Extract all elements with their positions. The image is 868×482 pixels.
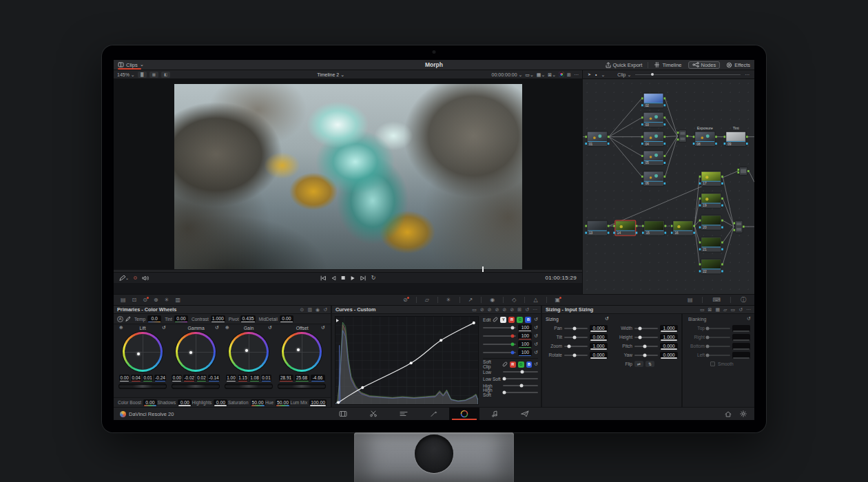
b-mix-slider[interactable]	[483, 352, 516, 353]
play-button[interactable]	[351, 275, 355, 281]
wipe-mode-dropdown[interactable]	[537, 72, 546, 77]
gamma-green[interactable]: 0.02	[196, 375, 207, 381]
curves-graph[interactable]	[335, 316, 479, 405]
page-media[interactable]	[328, 408, 358, 420]
color-boost-value[interactable]: 0.00	[143, 399, 157, 406]
gamma-master-wheel[interactable]	[172, 384, 220, 389]
reset-icon[interactable]	[534, 326, 538, 331]
pitch-value[interactable]: 0.000	[660, 343, 678, 350]
step-back-button[interactable]	[331, 275, 336, 281]
yaw-value[interactable]: 0.000	[660, 352, 678, 359]
wipe-modes-icon[interactable]	[688, 297, 693, 303]
contrast-value[interactable]: 1.000	[211, 315, 225, 322]
node-05[interactable]: 05	[641, 151, 665, 166]
width-slider[interactable]	[634, 328, 658, 329]
primaries-mode-icon[interactable]	[300, 307, 304, 312]
still-store-dropdown[interactable]	[525, 72, 534, 77]
stop-button[interactable]	[341, 275, 346, 280]
zoom-value[interactable]: 1.000	[590, 343, 608, 350]
high-slider[interactable]	[503, 385, 538, 386]
node-21[interactable]: 21	[699, 237, 723, 252]
lift-red[interactable]: 0.04	[131, 375, 141, 381]
auto-select-icon[interactable]	[533, 297, 537, 303]
reset-icon[interactable]	[525, 307, 529, 312]
reset-icon[interactable]	[534, 317, 538, 322]
tracker-icon[interactable]	[143, 297, 147, 303]
offset-green[interactable]: 25.68	[295, 375, 309, 381]
softclip-g-button[interactable]: G	[518, 362, 524, 368]
tilt-value[interactable]: 0.000	[590, 334, 608, 341]
height-value[interactable]: 1.000	[660, 334, 678, 341]
low-slider[interactable]	[503, 371, 538, 373]
effects-button[interactable]: Effects	[722, 60, 754, 70]
node-17[interactable]: 17	[699, 171, 723, 186]
loop-render-icon[interactable]	[490, 297, 495, 303]
wheel-mode-icon[interactable]	[225, 326, 229, 331]
expand-viewer-icon[interactable]	[567, 72, 571, 77]
highlights-value[interactable]: 0.00	[214, 399, 227, 406]
node-M2[interactable]	[734, 220, 745, 233]
gamma-master[interactable]: 0.00	[172, 375, 182, 381]
gain-master[interactable]: 1.00	[226, 375, 236, 381]
b-mix-value[interactable]: 100	[518, 349, 532, 356]
node-22[interactable]: 22	[699, 259, 723, 274]
gain-wheel[interactable]	[229, 332, 269, 372]
middetail-value[interactable]: 0.00	[280, 315, 293, 322]
page-color[interactable]	[449, 408, 479, 420]
node-04[interactable]: 04	[641, 132, 665, 147]
blank-left-value[interactable]	[732, 352, 750, 359]
gain-red[interactable]: 1.15	[238, 375, 248, 381]
panel-options-icon[interactable]	[533, 307, 537, 312]
node-20[interactable]: 20	[699, 215, 723, 230]
pointer-tool-icon[interactable]	[588, 72, 591, 76]
info-icon[interactable]	[741, 297, 746, 303]
node-15[interactable]: 15	[642, 220, 666, 235]
skip-start-button[interactable]	[320, 275, 327, 281]
keyframe-add-icon[interactable]	[512, 297, 516, 303]
curve-custom-icon[interactable]	[472, 307, 477, 312]
gamma-blue[interactable]: -0.14	[208, 375, 220, 381]
lum-mix-value[interactable]: 100.00	[309, 399, 327, 406]
curve-sat-sat-icon[interactable]	[510, 307, 514, 312]
offset-master-wheel[interactable]	[278, 384, 326, 389]
sizing-crop-icon[interactable]	[700, 307, 705, 312]
gang-link-icon[interactable]	[493, 317, 498, 322]
curve-hue-lum-icon[interactable]	[495, 307, 499, 312]
viewer-options-icon[interactable]	[574, 72, 579, 77]
node-02[interactable]: 02	[641, 93, 665, 108]
r-mix-slider[interactable]	[483, 335, 516, 337]
flip-vertical-button[interactable]	[645, 361, 654, 367]
pan-slider[interactable]	[564, 328, 588, 329]
freeze-icon[interactable]	[446, 297, 451, 303]
keyframes-icon[interactable]	[175, 297, 180, 303]
reset-icon[interactable]	[534, 334, 538, 339]
rotate-value[interactable]: 0.000	[590, 352, 608, 359]
curve-hue-sat-icon[interactable]	[488, 307, 492, 312]
reset-icon[interactable]	[534, 350, 538, 355]
bypass-dropdown[interactable]	[548, 72, 556, 77]
gang-link-icon[interactable]	[502, 362, 507, 367]
viewer-image[interactable]	[174, 84, 522, 269]
pitch-slider[interactable]	[634, 346, 658, 347]
highlight-icon[interactable]	[403, 297, 408, 303]
reset-icon[interactable]	[215, 326, 219, 331]
zoom-slider[interactable]	[564, 346, 588, 347]
blank-right-slider[interactable]	[707, 337, 730, 338]
blank-bottom-slider[interactable]	[707, 346, 730, 347]
channel-g-button[interactable]: G	[517, 317, 523, 323]
loop-button[interactable]	[371, 275, 376, 281]
page-edit[interactable]	[389, 408, 419, 420]
picker-icon[interactable]	[468, 297, 473, 303]
primaries-bars-icon[interactable]	[307, 307, 312, 312]
chevron-down-icon[interactable]	[601, 72, 605, 77]
shadows-value[interactable]: 0.00	[178, 399, 192, 406]
keyboard-icon[interactable]	[712, 297, 721, 303]
wheel-mode-icon[interactable]	[119, 326, 123, 331]
timeline-selector[interactable]: Timeline 2	[317, 72, 344, 77]
blank-top-slider[interactable]	[707, 328, 730, 329]
low-soft-slider[interactable]	[503, 378, 538, 379]
quick-export-button[interactable]: Quick Export	[601, 60, 647, 70]
lift-master-wheel[interactable]	[118, 384, 167, 389]
curve-hue-hue-icon[interactable]	[480, 307, 484, 312]
node-01[interactable]: 01	[585, 132, 609, 147]
